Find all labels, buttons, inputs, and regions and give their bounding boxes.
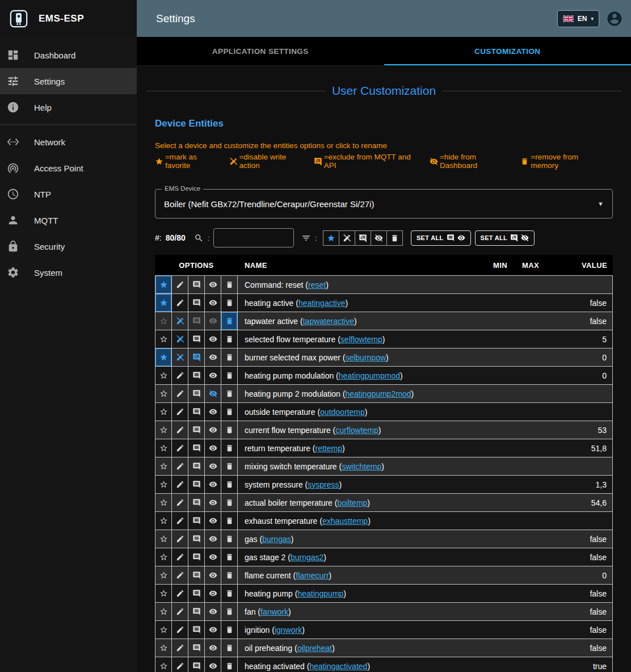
favorite-star-icon[interactable]	[155, 530, 172, 548]
disable-write-icon[interactable]	[172, 385, 188, 402]
favorite-star-icon[interactable]	[155, 566, 172, 584]
entity-shortname-link[interactable]: heatingpump	[297, 589, 343, 598]
remove-memory-icon[interactable]	[221, 330, 238, 348]
entity-name[interactable]: ignition (ignwork)	[238, 621, 478, 639]
exclude-mqtt-icon[interactable]	[188, 294, 205, 312]
favorite-star-icon[interactable]	[155, 639, 172, 657]
disable-write-icon[interactable]	[172, 530, 188, 548]
favorite-star-icon[interactable]	[155, 312, 172, 330]
hide-dashboard-icon[interactable]	[205, 548, 221, 566]
filter-remove-memory-button[interactable]	[386, 230, 403, 246]
disable-write-icon[interactable]	[172, 367, 188, 384]
hide-dashboard-icon[interactable]	[205, 657, 221, 672]
exclude-mqtt-icon[interactable]	[188, 312, 205, 330]
disable-write-icon[interactable]	[172, 294, 188, 312]
favorite-star-icon[interactable]	[155, 348, 172, 366]
entity-name[interactable]: actual boiler temperature (boiltemp)	[238, 494, 478, 511]
favorite-star-icon[interactable]	[155, 512, 172, 530]
hide-dashboard-icon[interactable]	[205, 585, 221, 602]
entity-shortname-link[interactable]: ignwork	[275, 625, 302, 635]
disable-write-icon[interactable]	[172, 457, 188, 475]
exclude-mqtt-icon[interactable]	[188, 621, 205, 639]
account-icon[interactable]	[606, 10, 623, 27]
exclude-mqtt-icon[interactable]	[188, 276, 205, 293]
favorite-star-icon[interactable]	[155, 585, 172, 602]
entity-name[interactable]: exhaust temperature (exhausttemp)	[238, 512, 478, 530]
remove-memory-icon[interactable]	[221, 512, 238, 530]
entity-name[interactable]: heating pump (heatingpump)	[238, 585, 478, 602]
exclude-mqtt-icon[interactable]	[188, 548, 205, 566]
exclude-mqtt-icon[interactable]	[188, 603, 205, 620]
hide-dashboard-icon[interactable]	[205, 385, 221, 402]
hide-dashboard-icon[interactable]	[205, 421, 221, 439]
entity-name[interactable]: fan (fanwork)	[238, 603, 478, 620]
entity-shortname-link[interactable]: fanwork	[260, 607, 288, 616]
favorite-star-icon[interactable]	[155, 476, 172, 493]
filter-favorite-button[interactable]	[323, 230, 339, 246]
exclude-mqtt-icon[interactable]	[188, 330, 205, 348]
sidebar-item-help[interactable]: Help	[0, 94, 137, 120]
remove-memory-icon[interactable]	[221, 476, 238, 493]
entity-name[interactable]: selected flow temperature (selflowtemp)	[238, 330, 478, 348]
favorite-star-icon[interactable]	[155, 385, 172, 402]
entity-name[interactable]: tapwater active (tapwateractive)	[238, 312, 478, 330]
entity-shortname-link[interactable]: oilpreheat	[297, 644, 333, 653]
entity-shortname-link[interactable]: exhausttemp	[322, 516, 368, 526]
disable-write-icon[interactable]	[172, 621, 188, 639]
hide-dashboard-icon[interactable]	[205, 367, 221, 384]
entity-name[interactable]: heating active (heatingactive)	[238, 294, 478, 312]
entity-name[interactable]: mixing switch temperature (switchtemp)	[238, 457, 478, 475]
disable-write-icon[interactable]	[172, 603, 188, 620]
remove-memory-icon[interactable]	[221, 367, 238, 384]
entity-shortname-link[interactable]: selburnpow	[345, 353, 386, 362]
remove-memory-icon[interactable]	[221, 566, 238, 584]
remove-memory-icon[interactable]	[221, 585, 238, 602]
sidebar-item-access-point[interactable]: Access Point	[0, 155, 137, 181]
hide-dashboard-icon[interactable]	[205, 276, 221, 293]
disable-write-icon[interactable]	[172, 276, 188, 293]
favorite-star-icon[interactable]	[155, 403, 172, 421]
favorite-star-icon[interactable]	[155, 657, 172, 672]
disable-write-icon[interactable]	[172, 657, 188, 672]
entity-shortname-link[interactable]: switchtemp	[342, 462, 381, 471]
hide-dashboard-icon[interactable]	[205, 494, 221, 511]
exclude-mqtt-icon[interactable]	[188, 421, 205, 439]
disable-write-icon[interactable]	[172, 494, 188, 511]
entity-name[interactable]: gas (burngas)	[238, 530, 478, 548]
disable-write-icon[interactable]	[172, 512, 188, 530]
entity-shortname-link[interactable]: outdoortemp	[320, 408, 365, 417]
exclude-mqtt-icon[interactable]	[188, 494, 205, 511]
favorite-star-icon[interactable]	[155, 621, 172, 639]
filter-disable-write-button[interactable]	[339, 230, 355, 246]
disable-write-icon[interactable]	[172, 312, 188, 330]
exclude-mqtt-icon[interactable]	[188, 385, 205, 402]
hide-dashboard-icon[interactable]	[205, 348, 221, 366]
sidebar-item-ntp[interactable]: NTP	[0, 181, 137, 207]
favorite-star-icon[interactable]	[155, 330, 172, 348]
hide-dashboard-icon[interactable]	[205, 439, 221, 457]
tab-application-settings[interactable]: APPLICATION SETTINGS	[137, 37, 384, 65]
remove-memory-icon[interactable]	[221, 348, 238, 366]
hide-dashboard-icon[interactable]	[205, 312, 221, 330]
remove-memory-icon[interactable]	[221, 421, 238, 439]
filter-hide-dashboard-button[interactable]	[371, 230, 387, 246]
favorite-star-icon[interactable]	[155, 548, 172, 566]
tab-customization[interactable]: CUSTOMIZATION	[384, 37, 631, 65]
disable-write-icon[interactable]	[172, 421, 188, 439]
entity-name[interactable]: return temperature (rettemp)	[238, 439, 478, 457]
entity-shortname-link[interactable]: curflowtemp	[335, 426, 378, 435]
hide-dashboard-icon[interactable]	[205, 330, 221, 348]
remove-memory-icon[interactable]	[221, 276, 238, 293]
entity-name[interactable]: heating pump 2 modulation (heatingpump2m…	[238, 385, 478, 402]
exclude-mqtt-icon[interactable]	[188, 476, 205, 493]
exclude-mqtt-icon[interactable]	[188, 639, 205, 657]
disable-write-icon[interactable]	[172, 639, 188, 657]
exclude-mqtt-icon[interactable]	[188, 512, 205, 530]
sidebar-item-dashboard[interactable]: Dashboard	[0, 42, 137, 68]
sidebar-item-system[interactable]: System	[0, 259, 137, 285]
entity-name[interactable]: oil preheating (oilpreheat)	[238, 639, 478, 657]
entity-shortname-link[interactable]: burngas2	[291, 553, 323, 562]
entity-shortname-link[interactable]: syspress	[308, 480, 339, 489]
hide-dashboard-icon[interactable]	[205, 512, 221, 530]
entity-shortname-link[interactable]: heatingpumpmod	[339, 371, 400, 380]
